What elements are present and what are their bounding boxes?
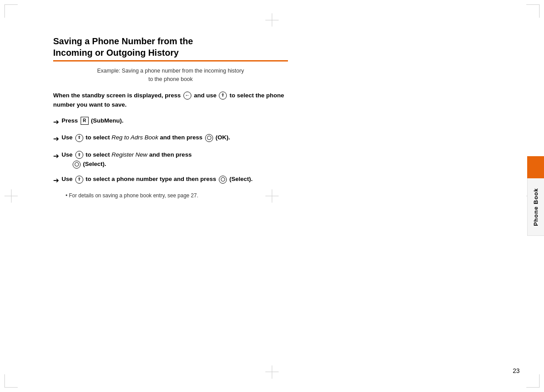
- main-content: Saving a Phone Number from the Incoming …: [53, 35, 288, 200]
- step-3: ➔ Use ⇧ to select Register New and then …: [53, 150, 288, 169]
- step4-text: Use ⇧ to select a phone number type and …: [62, 174, 288, 184]
- corner-mark-br: [526, 374, 540, 388]
- step-2: ➔ Use ⇧ to select Reg to Adrs Book and t…: [53, 133, 288, 145]
- sidebar-label-wrap: Phone Book: [527, 178, 544, 236]
- select-icon-step3: ◯: [73, 161, 81, 169]
- select-icon-step4: ◯: [219, 176, 227, 184]
- page-number: 23: [513, 367, 520, 374]
- scroll-icon-step3: ⇧: [75, 151, 83, 159]
- crosshair-top-v: [272, 13, 272, 27]
- step-4: ➔ Use ⇧ to select a phone number type an…: [53, 174, 288, 186]
- sidebar-label: Phone Book: [532, 188, 539, 226]
- intro-paragraph: When the standby screen is displayed, pr…: [53, 91, 288, 110]
- crosshair-bot-v: [272, 365, 272, 379]
- ok-icon-step2: ◯: [205, 134, 213, 142]
- corner-mark-tr: [526, 4, 540, 18]
- step1-text: Press R (SubMenu).: [62, 116, 288, 126]
- page-title: Saving a Phone Number from the Incoming …: [53, 35, 288, 58]
- step4-arrow: ➔: [53, 175, 59, 186]
- bullet-note: • For details on saving a phone book ent…: [66, 192, 288, 200]
- title-underline: [53, 60, 288, 61]
- crosshair-left-v: [11, 189, 12, 203]
- scroll-icon-step4: ⇧: [75, 176, 83, 184]
- corner-mark-bl: [4, 374, 18, 388]
- submenu-key-icon: R: [81, 117, 89, 125]
- example-text: Example: Saving a phone number from the …: [53, 67, 288, 84]
- step2-text: Use ⇧ to select Reg to Adrs Book and the…: [62, 133, 288, 142]
- step3-text: Use ⇧ to select Register New and then pr…: [62, 150, 288, 169]
- corner-mark-tl: [4, 4, 18, 18]
- sidebar-orange-block: [527, 156, 544, 178]
- sidebar-tab: Phone Book: [527, 156, 544, 236]
- scroll-icon-step2: ⇧: [75, 134, 83, 142]
- step3-arrow: ➔: [53, 150, 59, 162]
- left-arrow-icon: ←: [183, 92, 191, 100]
- step2-arrow: ➔: [53, 133, 59, 145]
- step-1: ➔ Press R (SubMenu).: [53, 116, 288, 128]
- step1-arrow: ➔: [53, 116, 59, 128]
- scroll-icon-intro: ⇧: [219, 92, 227, 100]
